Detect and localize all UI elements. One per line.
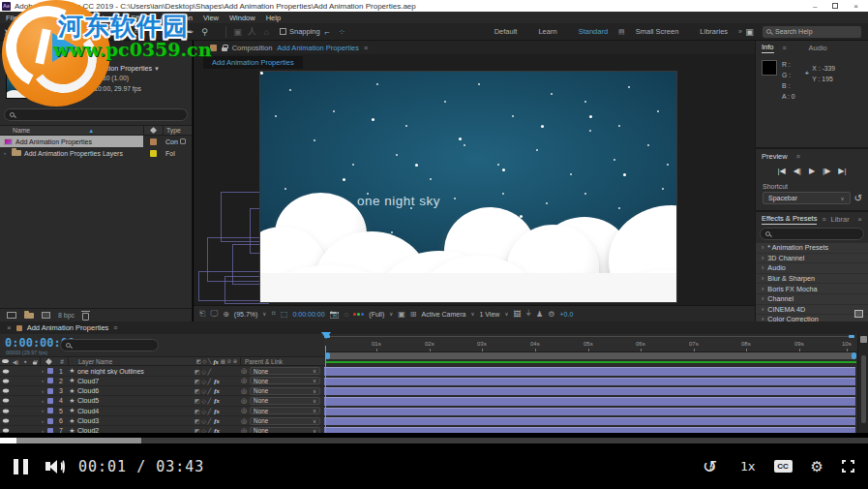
layer-duration-bar[interactable]	[324, 416, 857, 426]
column-type[interactable]: Type	[163, 126, 192, 135]
switches-column-icons[interactable]: ◩ ◇ ╲ fx ▦ ⊘ ⊕	[194, 357, 240, 365]
fast-preview-icon[interactable]: ▣	[398, 310, 405, 319]
layer-label-chip[interactable]	[47, 418, 53, 424]
workspace-standard[interactable]: Standard	[568, 27, 618, 36]
pixel-aspect-icon[interactable]: 🖽	[513, 310, 521, 319]
tab-info[interactable]: Info	[762, 43, 774, 53]
playhead[interactable]	[321, 339, 331, 356]
layer-label-chip[interactable]	[47, 398, 53, 404]
column-name[interactable]: Name	[13, 127, 30, 134]
effects-category[interactable]: ›Channel	[756, 294, 868, 305]
tab-audio[interactable]: Audio	[809, 44, 827, 52]
tab-libraries[interactable]: Librar	[830, 215, 849, 224]
layer-label-chip[interactable]	[47, 408, 53, 413]
workspace-default[interactable]: Default	[484, 27, 528, 36]
tab-effects-presets[interactable]: Effects & Presets	[762, 214, 817, 225]
parent-select[interactable]: None∨	[250, 387, 320, 395]
project-row-folder[interactable]: › Add Animation Properties Layers Fol	[0, 147, 192, 159]
workspace-libraries[interactable]: Libraries	[689, 27, 738, 36]
pickwhip-icon[interactable]: ◎	[241, 387, 247, 395]
layer-name[interactable]: one night sky Outlines	[77, 368, 195, 375]
layer-switches[interactable]: ◩ ◇ ╱ fx	[195, 387, 241, 394]
effects-category[interactable]: ›3D Channel	[756, 254, 868, 264]
workspace-small-screen[interactable]: Small Screen	[625, 27, 690, 36]
eye-icon[interactable]	[2, 379, 8, 382]
layer-switches[interactable]: ◩ ◇ ╱ fx	[195, 408, 241, 414]
scrollbar-thumb[interactable]	[861, 355, 866, 423]
layer-duration-bar[interactable]	[324, 386, 857, 396]
eye-icon[interactable]	[2, 369, 8, 373]
comp-timecode[interactable]: 0:00:00:00	[292, 311, 324, 318]
composition-tab-name[interactable]: Add Animation Properties	[277, 44, 359, 52]
reset-icon[interactable]: ↺	[854, 193, 862, 203]
audio-column-icon[interactable]: ◀)	[11, 357, 20, 365]
twirl-icon[interactable]: ›	[42, 388, 46, 394]
restore-button[interactable]	[832, 3, 838, 9]
pickwhip-icon[interactable]: ◎	[241, 407, 247, 414]
layer-name[interactable]: Cloud3	[77, 417, 195, 424]
timeline-button-icon[interactable]: ⏚	[525, 309, 531, 319]
project-bit-depth[interactable]: 8 bpc	[58, 312, 75, 319]
menu-view[interactable]: View	[203, 14, 219, 22]
eye-icon[interactable]	[2, 419, 8, 423]
marker-button[interactable]	[860, 336, 867, 343]
twirl-icon[interactable]: ›	[42, 398, 46, 404]
tab-preview[interactable]: Preview	[762, 152, 788, 161]
layer-name[interactable]: Cloud6	[77, 387, 195, 394]
twirl-icon[interactable]: ›	[42, 378, 46, 383]
layer-switches[interactable]: ◩ ◇ ╱ fx	[195, 417, 241, 424]
effects-category[interactable]: ›Blur & Sharpen	[756, 274, 868, 285]
column-layer-name[interactable]: Layer Name	[69, 357, 194, 365]
effects-category[interactable]: ›Boris FX Mocha	[756, 284, 868, 294]
video-column-icon[interactable]	[2, 359, 9, 363]
twirl-icon[interactable]: ›	[42, 368, 46, 374]
camera-select[interactable]: Active Camera	[422, 311, 466, 318]
close-panel-icon[interactable]: ×	[857, 215, 862, 224]
layer-switches[interactable]: ◩ ◇ ╱ fx	[195, 397, 241, 404]
eye-icon[interactable]	[2, 389, 8, 393]
first-frame-button[interactable]: |◀	[777, 167, 785, 175]
next-frame-button[interactable]: |▶	[823, 167, 830, 175]
pickwhip-icon[interactable]: ◎	[241, 397, 247, 405]
lock-icon[interactable]	[222, 47, 227, 51]
twirl-icon[interactable]: ›	[42, 418, 46, 424]
snapshot-icon[interactable]: 📷	[330, 310, 340, 319]
label-column-icon[interactable]	[150, 127, 157, 134]
minimize-button[interactable]: –	[813, 2, 817, 11]
layer-duration-bar[interactable]	[324, 366, 857, 376]
parent-select[interactable]: None∨	[250, 417, 320, 425]
region-of-interest-icon[interactable]: ⬚	[281, 310, 288, 319]
eye-icon[interactable]	[2, 399, 8, 403]
search-help-box[interactable]: Search Help	[763, 26, 861, 38]
column-number[interactable]: #	[56, 357, 68, 365]
new-folder-icon[interactable]	[24, 313, 34, 319]
project-row-composition[interactable]: Add Animation Properties Con	[0, 136, 192, 147]
last-frame-button[interactable]: ▶|	[838, 167, 846, 175]
pickwhip-icon[interactable]: ◎	[241, 417, 247, 425]
label-column-icon[interactable]	[45, 357, 51, 364]
replay-10-button[interactable]: ↺10	[703, 457, 722, 476]
parent-select[interactable]: None∨	[250, 377, 320, 384]
playback-speed[interactable]: 1x	[740, 459, 756, 474]
panel-menu-icon[interactable]: ≡	[783, 45, 787, 51]
comp-flow-icon[interactable]: ♟	[536, 310, 543, 319]
panel-menu-icon[interactable]: ≡	[113, 324, 117, 331]
preview-monitor-icon[interactable]: 🖵	[210, 309, 218, 319]
project-search-input[interactable]	[4, 108, 188, 121]
parent-select[interactable]: None∨	[250, 397, 320, 405]
layer-switches[interactable]: ◩ ◇ ╱	[195, 368, 241, 375]
solo-column-icon[interactable]: ●	[20, 357, 30, 365]
exposure-value[interactable]: +0.0	[559, 311, 573, 318]
composition-viewport[interactable]: one night sky	[259, 71, 677, 303]
sync-settings-icon[interactable]: ▣	[742, 27, 757, 37]
closed-captions-button[interactable]: CC	[774, 460, 793, 473]
layer-row[interactable]: › 6 ★ Cloud3 ◩ ◇ ╱ fx ◎ None∨	[0, 416, 324, 426]
work-area-bar[interactable]	[325, 352, 856, 359]
channel-icon[interactable]	[353, 313, 364, 316]
panel-menu-icon[interactable]: ≡	[364, 45, 368, 51]
interpret-footage-icon[interactable]	[7, 312, 16, 319]
play-button[interactable]: ▶	[809, 167, 815, 175]
transparency-grid-icon[interactable]: ⊞	[410, 310, 417, 319]
layer-label-chip[interactable]	[47, 378, 53, 383]
layer-duration-bar[interactable]	[324, 396, 857, 406]
